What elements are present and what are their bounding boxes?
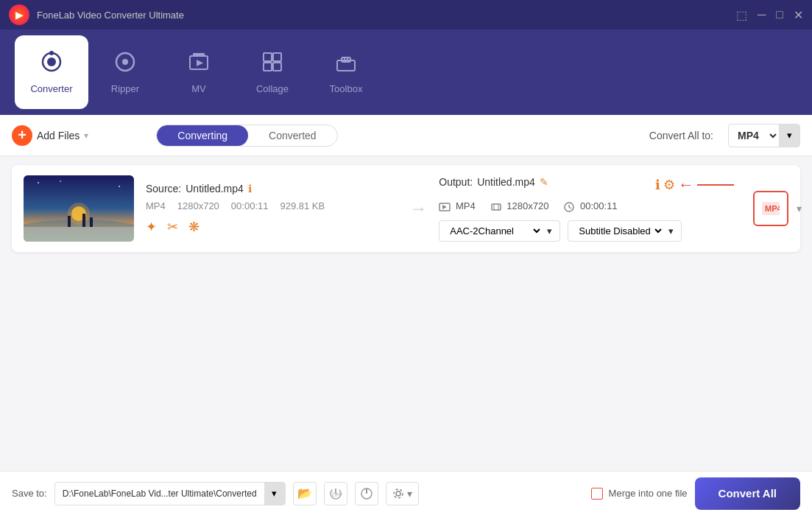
output-settings-button[interactable]: ⚙ [663, 177, 675, 193]
output-label: Output: [439, 176, 473, 188]
clock-icon [563, 201, 575, 213]
subtitle-select-wrap[interactable]: Subtitle Disabled Subtitle Enabled ▾ [568, 220, 682, 242]
settings-chevron: ▾ [407, 488, 412, 500]
ripper-icon [113, 50, 137, 79]
merge-label: Merge into one file [609, 488, 688, 499]
converter-icon [40, 50, 63, 79]
navbar: Converter Ripper MV [0, 29, 812, 115]
merge-checkbox[interactable] [591, 488, 603, 500]
app-title: FoneLab Video Converter Ultimate [37, 10, 736, 21]
output-filename: Untitled.mp4 [477, 176, 535, 188]
format-badge-dropdown[interactable]: ▾ [797, 203, 802, 214]
format-dropdown-button[interactable]: ▾ [779, 125, 799, 147]
gear-small-icon [392, 488, 404, 500]
toolbox-icon [334, 50, 358, 79]
svg-rect-30 [492, 204, 501, 210]
output-resolution-meta: 1280x720 [490, 200, 549, 213]
format-select-input[interactable]: MP4 AVI MOV MKV [729, 126, 779, 145]
output-selects: AAC-2Channel AAC-1Channel MP3 ▾ Subtitle… [439, 220, 741, 242]
add-files-label: Add Files [37, 130, 80, 141]
svg-rect-11 [273, 63, 281, 71]
format-badge-wrap: MP4 ▾ [753, 191, 788, 226]
save-path-dropdown-button[interactable]: ▾ [264, 483, 285, 505]
svg-point-20 [68, 203, 90, 225]
collage-label: Collage [256, 83, 289, 94]
audio-chevron: ▾ [547, 225, 552, 237]
add-files-chevron[interactable]: ▾ [84, 130, 88, 141]
add-files-button[interactable]: + Add Files ▾ [12, 125, 88, 146]
video-icon [439, 201, 451, 213]
subtitle-chevron: ▾ [668, 225, 674, 237]
source-info-icon[interactable]: ℹ [248, 183, 252, 195]
tab-converting[interactable]: Converting [157, 125, 248, 146]
toolbar: + Add Files ▾ Converting Converted Conve… [0, 115, 812, 156]
tab-group: Converting Converted [156, 125, 337, 147]
arrow-line [697, 178, 741, 192]
svg-point-2 [49, 51, 54, 55]
svg-point-25 [119, 186, 120, 187]
svg-marker-7 [197, 60, 203, 66]
output-info-button[interactable]: ℹ [655, 177, 660, 193]
main-content: Source: Untitled.mp4 ℹ MP4 1280x720 00:0… [0, 156, 812, 471]
output-format-badge[interactable]: MP4 [753, 191, 788, 226]
output-header-row: Output: Untitled.mp4 ✎ ℹ ⚙ ← [439, 175, 741, 195]
restore-button[interactable]: □ [776, 8, 783, 22]
nav-item-ripper[interactable]: Ripper [88, 35, 162, 109]
minimize-button[interactable]: ─ [758, 8, 766, 22]
svg-point-43 [396, 491, 400, 496]
source-meta: MP4 1280x720 00:00:11 929.81 KB [146, 200, 398, 211]
cut-icon[interactable]: ✂ [167, 219, 178, 235]
titlebar: ▶ FoneLab Video Converter Ultimate ⬚ ─ □… [0, 0, 812, 29]
svg-rect-8 [264, 53, 272, 61]
nav-item-collage[interactable]: Collage [236, 35, 309, 109]
source-filesize: 929.81 KB [280, 200, 325, 211]
nav-item-converter[interactable]: Converter [15, 35, 88, 109]
power-off-button[interactable]: OFF [324, 482, 347, 505]
svg-point-24 [38, 182, 39, 183]
source-duration: 00:00:11 [231, 200, 269, 211]
output-format-meta: MP4 [439, 200, 475, 213]
effects-icon[interactable]: ✦ [146, 219, 157, 235]
svg-point-26 [60, 181, 61, 182]
source-label: Source: [146, 183, 181, 195]
audio-channel-select-wrap[interactable]: AAC-2Channel AAC-1Channel MP3 ▾ [439, 220, 560, 242]
open-folder-button[interactable]: 📂 [293, 482, 317, 505]
svg-line-35 [569, 207, 571, 209]
mv-label: MV [191, 83, 206, 94]
svg-rect-6 [193, 53, 205, 56]
svg-rect-10 [264, 63, 272, 71]
power-on-button[interactable] [355, 482, 378, 505]
format-selector[interactable]: MP4 AVI MOV MKV ▾ [728, 124, 800, 147]
mp4-icon: MP4 [762, 202, 780, 215]
source-filename-row: Source: Untitled.mp4 ℹ [146, 183, 398, 195]
svg-point-44 [394, 489, 403, 498]
audio-channel-select[interactable]: AAC-2Channel AAC-1Channel MP3 [447, 225, 543, 237]
svg-rect-18 [24, 227, 134, 242]
output-filename-row: Output: Untitled.mp4 ✎ [439, 176, 548, 188]
svg-rect-9 [273, 53, 281, 61]
tab-converted[interactable]: Converted [248, 125, 337, 146]
save-path-selector[interactable]: D:\FoneLab\FoneLab Vid...ter Ultimate\Co… [54, 482, 286, 505]
conversion-arrow: → [409, 198, 427, 219]
settings-small-button[interactable]: ▾ [386, 482, 419, 505]
svg-text:MP4: MP4 [765, 204, 780, 213]
subtitle-select[interactable]: Subtitle Disabled Subtitle Enabled [576, 225, 664, 237]
convert-all-to-label: Convert All to: [649, 130, 713, 141]
output-actions-right: ℹ ⚙ ← [655, 175, 741, 195]
output-meta: MP4 1280x720 00:00:11 [439, 200, 741, 213]
file-item: Source: Untitled.mp4 ℹ MP4 1280x720 00:0… [12, 165, 800, 252]
caption-button[interactable]: ⬚ [736, 8, 747, 22]
svg-rect-22 [82, 214, 85, 227]
power-on-icon [360, 487, 373, 500]
toolbox-label: Toolbox [330, 83, 363, 94]
output-edit-icon[interactable]: ✎ [540, 176, 548, 188]
convert-all-button[interactable]: Convert All [695, 477, 800, 510]
bottombar: Save to: D:\FoneLab\FoneLab Vid...ter Ul… [0, 471, 812, 515]
palette-icon[interactable]: ❋ [188, 219, 200, 235]
source-format: MP4 [146, 200, 166, 211]
nav-item-mv[interactable]: MV [162, 35, 236, 109]
plus-icon: + [12, 125, 32, 146]
close-button[interactable]: ✕ [794, 8, 803, 22]
nav-item-toolbox[interactable]: Toolbox [309, 35, 383, 109]
video-thumbnail [24, 175, 134, 242]
